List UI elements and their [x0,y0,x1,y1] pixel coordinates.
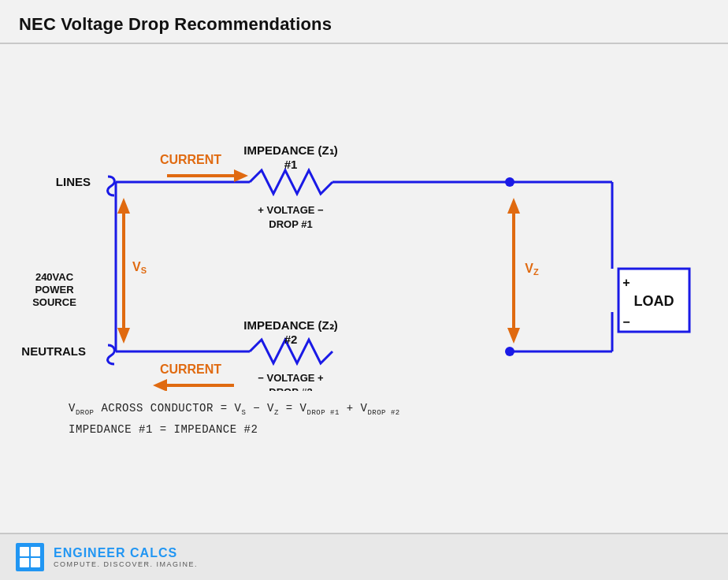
formula-text-2: IMPEDANCE #1 = IMPEDANCE #2 [69,423,258,436]
source-label3: SOURCE [32,296,76,308]
formula-text-1: VDROP ACROSS CONDUCTOR = VS − VZ = VDROP… [69,402,400,417]
brand-logo [16,543,44,571]
circuit-svg: LINES NEUTRALS CURRENT CURRENT IMPEDANCE… [21,60,707,391]
vs-label: VS [132,260,147,275]
svg-rect-22 [20,558,29,567]
formula-area: VDROP ACROSS CONDUCTOR = VS − VZ = VDROP… [21,391,707,447]
page-title: NEC Voltage Drop Recommendations [19,14,709,35]
vz-label: VZ [525,262,539,277]
footer-text: ENGINEER CALCS COMPUTE. DISCOVER. IMAGIN… [54,546,198,568]
impedance-top-label: IMPEDANCE (Z₁) [243,143,337,157]
svg-marker-11 [234,169,248,182]
svg-marker-15 [117,198,130,214]
voltage-drop-bottom-label: − VOLTAGE + [258,372,324,384]
svg-marker-19 [507,328,520,344]
load-minus: − [622,315,630,329]
footer: ENGINEER CALCS COMPUTE. DISCOVER. IMAGIN… [0,533,728,580]
lines-label: LINES [56,175,91,188]
current-bottom-label: CURRENT [160,362,221,376]
brand-name: ENGINEER CALCS [54,546,198,560]
formula-line-2: IMPEDANCE #1 = IMPEDANCE #2 [69,423,659,436]
voltage-drop-bottom-num: DROP #2 [269,386,312,391]
page: NEC Voltage Drop Recommendations [0,0,728,580]
svg-point-9 [505,347,514,356]
voltage-drop-top-num: DROP #1 [269,218,312,230]
header: NEC Voltage Drop Recommendations [0,0,728,43]
svg-marker-13 [153,379,167,391]
svg-marker-18 [507,198,520,214]
svg-point-8 [505,177,514,187]
load-plus: + [622,276,630,289]
circuit-diagram: LINES NEUTRALS CURRENT CURRENT IMPEDANCE… [21,60,707,391]
load-label: LOAD [634,293,674,309]
current-top-label: CURRENT [160,153,221,166]
neutral-label: NEUTRALS [21,344,86,358]
impedance-bottom-label: IMPEDANCE (Z₂) [243,318,337,332]
impedance-top-num: #1 [284,158,298,171]
svg-rect-23 [31,558,40,567]
formula-line-1: VDROP ACROSS CONDUCTOR = VS − VZ = VDROP… [69,402,659,417]
source-label: 240VAC [35,271,74,283]
svg-rect-21 [31,547,40,556]
impedance-bottom-num: #2 [284,333,298,346]
logo-icon [19,546,41,568]
svg-rect-20 [20,547,29,556]
brand-tagline: COMPUTE. DISCOVER. IMAGINE. [54,560,198,568]
svg-marker-16 [117,328,130,344]
source-label2: POWER [35,284,74,296]
voltage-drop-top-label: + VOLTAGE − [258,204,324,216]
main-content: LINES NEUTRALS CURRENT CURRENT IMPEDANCE… [0,44,728,533]
